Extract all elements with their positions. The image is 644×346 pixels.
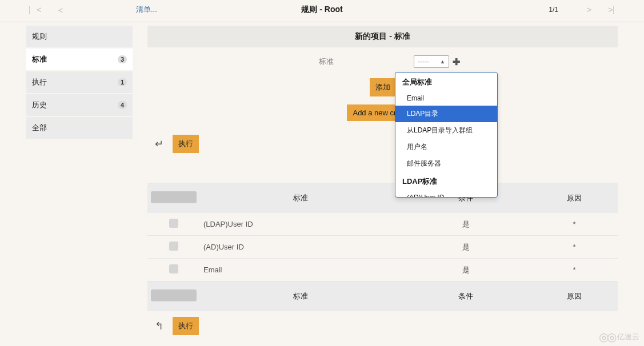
arrow-down-left-icon: ↵ <box>151 138 167 150</box>
table-row[interactable]: (LDAP)User ID 是 * <box>147 213 618 236</box>
cell-reason: * <box>531 259 618 281</box>
dropdown-scroll[interactable]: 全局标准 Email LDAP目录 从LDAP目录导入群组 用户名 邮件服务器 … <box>395 73 497 197</box>
col-criterion: 标准 <box>200 183 401 214</box>
row-checkbox[interactable] <box>169 219 178 228</box>
cell-criterion: (LDAP)User ID <box>200 213 401 236</box>
dropdown-item[interactable]: Email <box>395 91 497 106</box>
sidebar-badge: 3 <box>118 55 127 63</box>
exec-button-bottom[interactable]: 执行 <box>173 317 199 335</box>
header: ⎸< < 清单... 规则 - Root 1/1 > >⎸ <box>0 0 644 22</box>
chevron-up-icon: ▲ <box>440 59 445 65</box>
criterion-select[interactable]: ----- ▲ <box>414 55 449 68</box>
dropdown-group: LDAP标准 <box>395 172 497 190</box>
sidebar-item-label: 标准 <box>32 54 47 65</box>
dropdown-item[interactable]: 用户名 <box>395 139 497 155</box>
watermark-text: 亿速云 <box>617 332 639 342</box>
cell-condition: 是 <box>401 259 531 281</box>
sidebar-item-label: 规则 <box>32 31 47 42</box>
nav-prev-icon[interactable]: < <box>48 5 73 15</box>
row-checkbox[interactable] <box>169 264 178 273</box>
sidebar-item-criteria[interactable]: 标准 3 <box>26 49 133 70</box>
criteria-table: 标准 标准 条件 原因 (LDAP)User ID 是 * <box>147 159 618 311</box>
sidebar-item-all[interactable]: 全部 <box>26 117 133 139</box>
sidebar-badge: 1 <box>118 78 127 86</box>
breadcrumb[interactable]: 清单... <box>136 5 157 15</box>
cell-reason: * <box>531 213 618 236</box>
checkbox-all[interactable] <box>151 191 197 203</box>
add-criterion-plus-icon[interactable]: ✚ <box>451 57 460 67</box>
page-indicator: 1/1 <box>549 6 558 14</box>
cell-condition: 是 <box>401 236 531 259</box>
dropdown-group: 全局标准 <box>395 73 497 91</box>
col-reason: 原因 <box>531 183 618 214</box>
cell-criterion: Email <box>200 259 401 281</box>
watermark-logo-icon: ◎◎ <box>599 330 615 344</box>
criterion-form-row: 标准 ----- ▲ ✚ <box>147 47 618 76</box>
table-row[interactable]: Email 是 * <box>147 259 618 281</box>
sidebar-item-label: 历史 <box>32 100 47 110</box>
foot-condition: 条件 <box>401 281 531 312</box>
dropdown-item[interactable]: 从LDAP目录导入群组 <box>395 122 497 139</box>
cell-condition: 是 <box>401 213 531 236</box>
sidebar: 规则 标准 3 执行 1 历史 4 全部 <box>26 26 133 341</box>
criterion-dropdown[interactable]: 全局标准 Email LDAP目录 从LDAP目录导入群组 用户名 邮件服务器 … <box>395 72 498 198</box>
sidebar-item-rules[interactable]: 规则 <box>26 26 133 47</box>
dropdown-item[interactable]: (AD)User ID <box>395 190 497 197</box>
dropdown-item[interactable]: 邮件服务器 <box>395 155 497 172</box>
nav-next-icon[interactable]: > <box>577 5 602 15</box>
exec-button-top[interactable]: 执行 <box>173 135 199 153</box>
nav-first-icon[interactable]: ⎸< <box>23 5 48 15</box>
table-row[interactable]: (AD)User ID 是 * <box>147 236 618 259</box>
checkbox-all-footer[interactable] <box>151 289 197 301</box>
main-panel: 新的项目 - 标准 标准 ----- ▲ ✚ 添加 Add a new crit… <box>147 26 618 341</box>
arrow-up-left-icon: ↰ <box>151 320 167 332</box>
watermark: ◎◎ 亿速云 <box>599 330 639 344</box>
cell-criterion: (AD)User ID <box>200 236 401 259</box>
foot-criterion: 标准 <box>200 281 401 312</box>
section-title: 新的项目 - 标准 <box>147 26 618 47</box>
sidebar-item-exec[interactable]: 执行 1 <box>26 71 133 93</box>
cell-reason: * <box>531 236 618 259</box>
page-title: 规则 - Root <box>301 5 342 15</box>
nav-last-icon[interactable]: >⎸ <box>602 5 627 15</box>
sidebar-item-label: 执行 <box>32 77 47 87</box>
dropdown-item[interactable]: LDAP目录 <box>395 106 497 122</box>
criterion-label: 标准 <box>305 57 334 67</box>
add-button[interactable]: 添加 <box>370 78 396 96</box>
sidebar-item-history[interactable]: 历史 4 <box>26 94 133 116</box>
foot-reason: 原因 <box>531 281 618 312</box>
criterion-select-value: ----- <box>418 58 429 66</box>
row-checkbox[interactable] <box>169 242 178 251</box>
sidebar-badge: 4 <box>118 101 127 109</box>
sidebar-item-label: 全部 <box>32 123 47 133</box>
